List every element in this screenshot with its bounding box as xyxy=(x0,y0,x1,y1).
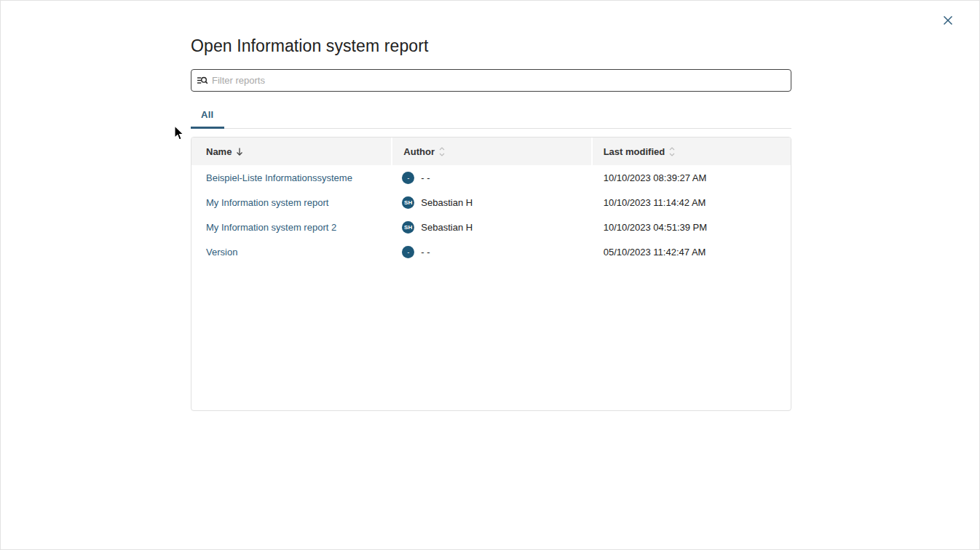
author-cell: SH Sebastian H xyxy=(391,196,590,209)
table-row[interactable]: Version - - - 05/10/2023 11:42:47 AM xyxy=(191,239,791,264)
column-header-author-label: Author xyxy=(403,146,435,157)
last-modified-value: 10/10/2023 08:39:27 AM xyxy=(591,172,791,183)
table-row[interactable]: Beispiel-Liste Informationssysteme - - -… xyxy=(191,165,791,190)
table-body: Beispiel-Liste Informationssysteme - - -… xyxy=(191,165,791,264)
active-tab-indicator xyxy=(191,127,224,129)
table-row[interactable]: My Information system report 2 SH Sebast… xyxy=(191,215,791,239)
tab-all-label: All xyxy=(201,109,214,120)
author-avatar: - xyxy=(402,246,414,258)
column-header-name[interactable]: Name xyxy=(191,138,391,165)
author-avatar: SH xyxy=(402,221,414,234)
sort-unsorted-icon xyxy=(439,147,445,156)
sort-unsorted-icon xyxy=(669,147,675,156)
last-modified-value: 10/10/2023 11:14:42 AM xyxy=(591,197,791,208)
author-name: Sebastian H xyxy=(421,197,473,208)
author-avatar: - xyxy=(402,172,414,184)
column-header-last-modified-label: Last modified xyxy=(604,146,665,157)
column-header-name-label: Name xyxy=(206,146,232,157)
mouse-cursor xyxy=(174,125,185,144)
author-cell: - - - xyxy=(391,246,590,258)
page: { "dialog": { "title": "Open Information… xyxy=(0,0,980,550)
last-modified-value: 05/10/2023 11:42:47 AM xyxy=(591,247,791,258)
tab-bar: All xyxy=(191,92,791,129)
table-row[interactable]: My Information system report SH Sebastia… xyxy=(191,190,791,215)
column-header-author[interactable]: Author xyxy=(391,138,590,165)
report-name-link[interactable]: Version xyxy=(191,247,391,258)
column-header-last-modified[interactable]: Last modified xyxy=(591,138,791,165)
sort-desc-arrow-icon xyxy=(236,147,243,156)
author-avatar: SH xyxy=(402,196,414,209)
author-cell: SH Sebastian H xyxy=(391,221,590,234)
filter-search-icon xyxy=(197,75,208,86)
report-name-link[interactable]: Beispiel-Liste Informationssysteme xyxy=(191,172,391,183)
reports-table: Name Author Last modifie xyxy=(191,137,791,411)
dialog: Open Information system report All Name xyxy=(191,1,791,411)
author-cell: - - - xyxy=(391,172,590,184)
close-button[interactable] xyxy=(938,10,958,31)
filter-reports-input[interactable] xyxy=(212,75,784,86)
filter-reports-field[interactable] xyxy=(191,69,791,92)
tab-all[interactable]: All xyxy=(191,109,224,128)
report-name-link[interactable]: My Information system report 2 xyxy=(191,222,391,233)
page-title: Open Information system report xyxy=(191,36,791,56)
author-name: - - xyxy=(421,247,430,258)
report-name-link[interactable]: My Information system report xyxy=(191,197,391,208)
table-header: Name Author Last modifie xyxy=(191,138,791,165)
last-modified-value: 10/10/2023 04:51:39 PM xyxy=(591,222,791,233)
close-icon xyxy=(942,15,954,26)
author-name: Sebastian H xyxy=(421,222,473,233)
author-name: - - xyxy=(421,172,430,183)
